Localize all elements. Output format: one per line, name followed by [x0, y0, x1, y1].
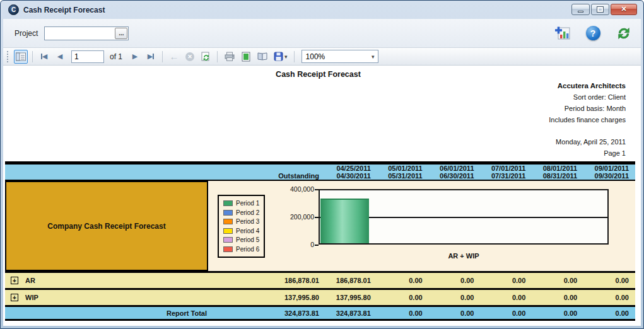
viewer-toolbar: ◀ ◀ of 1 ▶ ▶ ← ✕ — [3, 48, 641, 66]
total-outstanding: 324,873.81 — [208, 309, 325, 317]
zoom-select[interactable]: 100% ▾ — [302, 50, 378, 63]
print-button[interactable] — [222, 50, 237, 64]
window-title: Cash Receipt Forecast — [23, 6, 571, 14]
export-dropdown-icon: ▾ — [284, 54, 288, 60]
wip-period-5: 0.00 — [532, 294, 583, 301]
ar-period-1: 186,878.01 — [325, 277, 377, 284]
period-basis: Period basis: Month — [549, 103, 626, 114]
y-axis-tick-200000: 200,000 — [270, 213, 314, 221]
previous-page-button[interactable]: ◀ — [53, 50, 67, 64]
header-period-5: 08/01/2011 08/31/2011 — [532, 164, 583, 181]
help-button[interactable]: ? — [585, 25, 601, 42]
print-icon — [224, 52, 235, 62]
previous-page-icon: ◀ — [57, 52, 62, 61]
first-page-button[interactable]: ◀ — [37, 50, 51, 64]
wip-period-4: 0.00 — [481, 294, 532, 301]
header-period-6: 09/01/2011 09/30/2011 — [583, 164, 635, 181]
page-setup-button[interactable] — [255, 50, 270, 64]
y-axis-tick-0: 0 — [270, 241, 314, 248]
toolbar-grip[interactable] — [7, 51, 9, 62]
expand-ar-button[interactable]: + — [11, 277, 18, 284]
print-layout-button[interactable] — [239, 50, 253, 64]
header-period-1: 04/25/2011 04/30/2011 — [325, 164, 377, 181]
refresh-icon — [616, 26, 631, 41]
y-tick-mark — [315, 245, 319, 246]
header-spacer — [5, 164, 208, 181]
stop-icon: ✕ — [185, 52, 194, 61]
ar-period-6: 0.00 — [583, 277, 635, 284]
report-page: Cash Receipt Forecast Accutera Architect… — [3, 66, 641, 326]
next-page-icon: ▶ — [132, 52, 138, 61]
wip-period-1: 137,995.80 — [325, 294, 377, 301]
legend-item: Period 4 — [223, 228, 259, 234]
toolbar-separator — [217, 51, 218, 62]
forecast-table: Outstanding 04/25/2011 04/30/2011 05/01/… — [5, 161, 635, 321]
maximize-button[interactable] — [591, 4, 609, 15]
wip-period-2: 0.00 — [377, 294, 429, 301]
window-body: Project ... ? — [3, 19, 641, 326]
total-period-4: 0.00 — [481, 309, 532, 317]
total-period-2: 0.00 — [377, 309, 429, 317]
back-button[interactable]: ← — [167, 50, 181, 64]
ar-period-3: 0.00 — [429, 277, 481, 284]
refresh-report-button[interactable] — [199, 50, 213, 64]
document-map-toggle-button[interactable] — [14, 50, 28, 64]
table-row-ar: + AR 186,878.01 186,878.01 0.00 0.00 0.0… — [5, 271, 635, 288]
app-icon-letter: C — [11, 6, 16, 13]
page-number-input[interactable] — [71, 50, 104, 63]
wip-period-6: 0.00 — [583, 294, 635, 301]
help-icon: ? — [586, 26, 600, 40]
table-row-wip: + WIP 137,995.80 137,995.80 0.00 0.00 0.… — [5, 288, 635, 305]
project-input-wrap: ... — [44, 26, 129, 40]
legend-swatch-period-5 — [223, 237, 233, 243]
expand-wip-button[interactable]: + — [11, 294, 18, 301]
maximize-icon — [597, 7, 603, 12]
chart-legend: Period 1 Period 2 Period 3 — [218, 195, 265, 258]
close-button[interactable]: ✕ — [611, 4, 637, 15]
row-label-cell: + AR — [5, 277, 208, 284]
minimize-button[interactable] — [571, 4, 590, 15]
legend-swatch-period-4 — [223, 228, 233, 234]
stop-button[interactable]: ✕ — [183, 50, 197, 64]
export-button[interactable]: ▾ — [272, 50, 290, 64]
project-toolbar: Project ... ? — [3, 19, 641, 48]
refresh-button[interactable] — [616, 25, 632, 42]
x-axis-label: AR + WIP — [319, 252, 609, 260]
chart-area: Period 1 Period 2 Period 3 — [208, 181, 635, 271]
last-page-button[interactable]: ▶ — [144, 50, 158, 64]
project-input[interactable] — [45, 27, 114, 40]
page-setup-icon — [257, 52, 268, 61]
chart-band: Company Cash Receipt Forecast Period 1 P… — [5, 181, 635, 271]
browse-button[interactable]: ... — [115, 28, 127, 39]
header-period-3: 06/01/2011 06/30/2011 — [429, 164, 481, 181]
chart-options-button[interactable] — [554, 25, 570, 42]
ar-period-2: 0.00 — [377, 277, 429, 284]
refresh-page-icon — [201, 52, 211, 62]
app-icon: C — [8, 4, 19, 15]
project-label: Project — [15, 29, 38, 38]
ar-outstanding: 186,878.01 — [208, 277, 325, 284]
table-header-row: Outstanding 04/25/2011 04/30/2011 05/01/… — [5, 161, 635, 181]
minimize-icon — [578, 11, 583, 13]
legend-swatch-period-1 — [223, 200, 233, 206]
page-count-label: of 1 — [110, 52, 122, 61]
toolbar-separator — [294, 51, 295, 62]
total-label: Report Total — [5, 309, 208, 317]
chart-plot-area — [319, 189, 609, 245]
zoom-value: 100% — [306, 52, 325, 61]
print-layout-icon — [242, 52, 250, 62]
legend-item: Period 2 — [223, 209, 259, 216]
wip-period-3: 0.00 — [429, 294, 481, 301]
header-outstanding: Outstanding — [208, 164, 325, 181]
y-axis-tick-400000: 400,000 — [270, 185, 314, 193]
ar-period-4: 0.00 — [481, 277, 532, 284]
legend-swatch-period-6 — [223, 246, 233, 252]
legend-item: Period 6 — [223, 246, 259, 253]
meta-gap — [549, 125, 626, 136]
next-page-button[interactable]: ▶ — [128, 50, 142, 64]
report-title: Cash Receipt Forecast — [3, 70, 633, 79]
finance-note: Includes finance charges — [549, 114, 626, 125]
page-number: Page 1 — [549, 147, 626, 159]
toolbar-separator — [32, 51, 33, 62]
back-icon: ← — [170, 51, 179, 62]
